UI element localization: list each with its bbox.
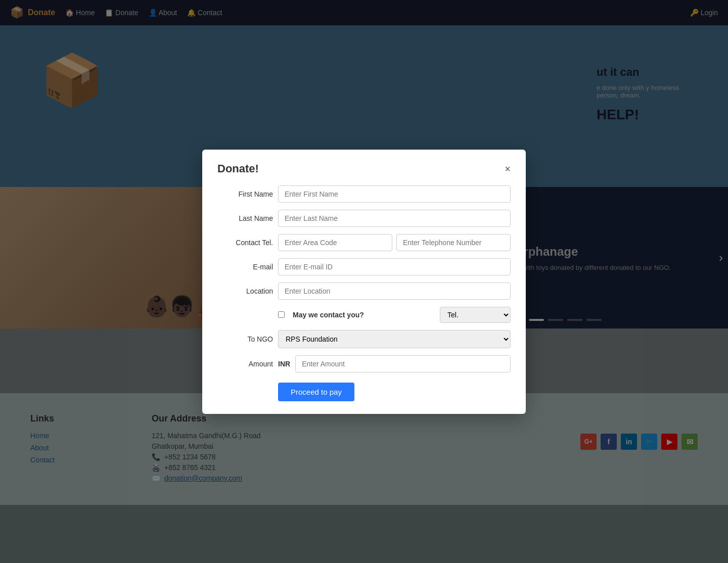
amount-label: Amount <box>217 360 273 368</box>
amount-input[interactable] <box>295 355 511 372</box>
contact-question-row: May we contact you? Tel. Email Post <box>217 307 511 323</box>
ngo-label: To NGO <box>217 335 273 343</box>
location-label: Location <box>217 287 273 295</box>
last-name-input[interactable] <box>278 210 511 227</box>
ngo-select[interactable]: RPS Foundation NGO 2 NGO 3 <box>278 330 511 348</box>
modal-header: Donate! × <box>217 162 511 175</box>
last-name-row: Last Name <box>217 210 511 227</box>
last-name-label: Last Name <box>217 214 273 222</box>
donate-modal: Donate! × First Name Last Name Contact T… <box>202 150 526 414</box>
proceed-to-pay-button[interactable]: Proceed to pay <box>278 383 354 401</box>
tel-inputs <box>278 234 511 251</box>
location-input[interactable] <box>278 283 511 300</box>
email-label: E-mail <box>217 263 273 271</box>
modal-close-button[interactable]: × <box>505 164 511 174</box>
email-row: E-mail <box>217 258 511 275</box>
contact-tel-label: Contact Tel. <box>217 239 273 247</box>
contact-method-select[interactable]: Tel. Email Post <box>440 307 511 323</box>
modal-overlay[interactable]: Donate! × First Name Last Name Contact T… <box>0 0 728 563</box>
area-code-input[interactable] <box>278 234 392 251</box>
location-row: Location <box>217 283 511 300</box>
ngo-row: To NGO RPS Foundation NGO 2 NGO 3 <box>217 330 511 348</box>
contact-checkbox[interactable] <box>278 311 285 318</box>
amount-row: Amount INR <box>217 355 511 372</box>
first-name-row: First Name <box>217 185 511 203</box>
email-input[interactable] <box>278 258 511 275</box>
telephone-input[interactable] <box>396 234 511 251</box>
first-name-input[interactable] <box>278 185 511 203</box>
modal-title: Donate! <box>217 162 259 175</box>
currency-label: INR <box>278 360 290 368</box>
first-name-label: First Name <box>217 190 273 198</box>
contact-tel-row: Contact Tel. <box>217 234 511 251</box>
contact-question-label: May we contact you? <box>293 311 364 319</box>
